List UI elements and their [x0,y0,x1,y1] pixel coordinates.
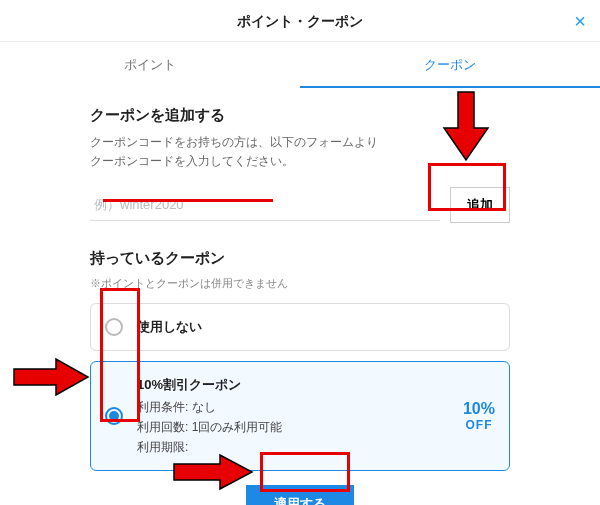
option-none-label: 使用しない [137,316,495,338]
coupon-times: 利用回数: 1回のみ利用可能 [137,417,449,437]
tab-bar: ポイント クーポン [0,42,600,88]
close-icon[interactable]: × [574,10,586,33]
add-button[interactable]: 追加 [450,187,510,223]
add-coupon-title: クーポンを追加する [90,106,510,125]
combine-note: ※ポイントとクーポンは併用できません [90,276,510,291]
option-none[interactable]: 使用しない [90,303,510,351]
coupon-cond: 利用条件: なし [137,397,449,417]
coupon-code-input[interactable] [90,189,440,221]
desc-line2: クーポンコードを入力してください。 [90,154,294,168]
modal-title: ポイント・クーポン [237,13,363,29]
option-coupon[interactable]: 10%割引クーポン 利用条件: なし 利用回数: 1回のみ利用可能 利用期限: … [90,361,510,470]
coupon-period: 利用期限: [137,437,449,457]
radio-icon [105,318,123,336]
footer: 適用する [90,485,510,505]
discount-pct: 10% [463,400,495,418]
owned-coupons-title: 持っているクーポン [90,249,510,268]
tab-points[interactable]: ポイント [0,42,300,88]
discount-off: OFF [463,418,495,432]
coupon-input-row: 追加 [90,187,510,223]
content-area: クーポンを追加する クーポンコードをお持ちの方は、以下のフォームより クーポンコ… [0,88,600,505]
coupon-title: 10%割引クーポン [137,374,449,396]
add-coupon-desc: クーポンコードをお持ちの方は、以下のフォームより クーポンコードを入力してくださ… [90,133,510,171]
modal-header: ポイント・クーポン × [0,0,600,42]
radio-icon [105,407,123,425]
apply-button[interactable]: 適用する [246,485,354,505]
tab-coupons[interactable]: クーポン [300,42,600,88]
discount-badge: 10% OFF [463,400,495,432]
desc-line1: クーポンコードをお持ちの方は、以下のフォームより [90,135,378,149]
